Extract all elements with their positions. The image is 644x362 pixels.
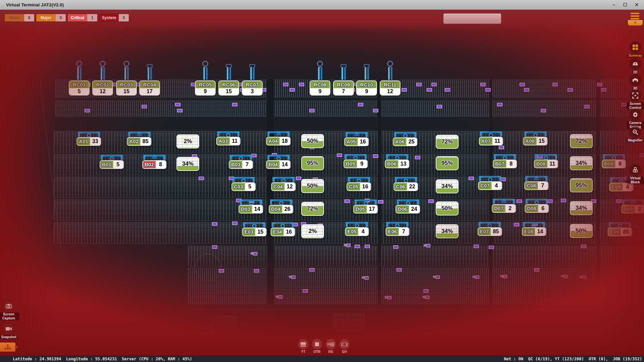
occupancy-gauge[interactable]: 2% (176, 134, 199, 148)
rc-crane-rc11[interactable]: RC1112 (380, 60, 400, 96)
occupancy-gauge[interactable]: 72% (436, 135, 459, 149)
yard-block-d05[interactable]: D0517 (353, 198, 378, 214)
yard-block-e05[interactable]: E054 (345, 221, 369, 236)
occupancy-gauge[interactable]: 95% (570, 178, 593, 192)
search-input[interactable] (443, 13, 501, 24)
block-label[interactable]: E0814 (522, 227, 546, 236)
rc-crane-rc01[interactable]: RC015 (69, 60, 90, 96)
occupancy-gauge[interactable]: 95% (301, 156, 324, 170)
rc-crane-rc08[interactable]: RC089 (310, 60, 330, 96)
rc-crane-rc07[interactable]: RC073 (242, 60, 263, 96)
yard-block-a06[interactable]: A0625 (393, 131, 417, 146)
snapshot-button[interactable]: Snapshot (0, 323, 19, 339)
block-label[interactable]: A0418 (266, 137, 290, 145)
block-label[interactable]: E054 (345, 227, 369, 236)
crane-tag[interactable]: RC0417 (139, 80, 160, 96)
yard-block-d03[interactable]: D0314 (238, 198, 263, 214)
crane-tag[interactable]: RC0615 (218, 80, 239, 96)
block-label[interactable]: D086 (525, 204, 549, 213)
block-label[interactable]: B0811 (534, 160, 558, 168)
yard-block-a02[interactable]: A0285 (127, 131, 151, 146)
yard-block-b01[interactable]: B015 (100, 154, 124, 169)
yard-block-c05[interactable]: C0516 (346, 176, 371, 191)
block-label[interactable]: A0285 (127, 137, 151, 146)
yard-block-a08[interactable]: A0815 (523, 130, 547, 145)
filter-otr-button[interactable]: OTR (312, 339, 322, 354)
rc-crane-rc09[interactable]: RC097 (333, 60, 354, 96)
block-label[interactable]: B059 (343, 160, 368, 168)
occupancy-gauge[interactable]: 2% (301, 224, 324, 238)
yard-block-a04[interactable]: A0418 (266, 130, 290, 145)
occupancy-gauge[interactable]: 34% (570, 201, 593, 215)
crane-tag[interactable]: RC059 (195, 80, 216, 96)
yard-block-b06[interactable]: B0613 (385, 153, 409, 168)
filter-yt-button[interactable]: YT (298, 339, 309, 354)
block-label[interactable]: E067 (386, 227, 410, 236)
yard-block-a01[interactable]: A0133 (76, 131, 101, 146)
block-label[interactable]: D0517 (353, 205, 378, 214)
block-label[interactable]: B098 (602, 160, 626, 168)
block-label[interactable]: B0613 (385, 160, 409, 168)
alarm-badge-critical[interactable]: Critical1 (68, 14, 97, 21)
block-label[interactable]: E0785 (478, 227, 502, 236)
yard-block-b07[interactable]: B078 (493, 153, 517, 168)
sidebar-item-virtual-block[interactable]: Virtual Block (627, 164, 644, 184)
yard-block-a07[interactable]: A0711 (479, 130, 503, 145)
yard-block-c06[interactable]: C0622 (393, 176, 418, 191)
maximize-button[interactable]: ☐ (621, 1, 630, 8)
yard-map[interactable]: HHHHHHHHHHHHH RC015RC0212RC0315RC0417RC0… (0, 0, 644, 362)
occupancy-gauge[interactable]: 95% (436, 156, 459, 170)
rc-crane-rc02[interactable]: RC0212 (92, 60, 113, 96)
occupancy-gauge[interactable]: 50% (570, 224, 593, 238)
occupancy-gauge[interactable]: 34% (436, 179, 459, 193)
sidebar-item-summay[interactable]: Summay (627, 42, 644, 58)
block-label[interactable]: C074 (478, 181, 502, 190)
block-label[interactable]: D0426 (269, 205, 293, 214)
block-label[interactable]: B037 (229, 160, 253, 169)
rc-crane-rc03[interactable]: RC0315 (116, 60, 137, 96)
block-label[interactable]: A0815 (523, 137, 547, 145)
occupancy-gauge[interactable]: 50% (301, 134, 324, 148)
block-label[interactable]: D0314 (238, 205, 263, 214)
block-label[interactable]: B0414 (266, 160, 290, 169)
block-label[interactable]: C035 (231, 182, 256, 191)
crane-tag[interactable]: RC0315 (116, 80, 137, 96)
block-label[interactable]: B015 (100, 160, 124, 169)
block-label[interactable]: C0516 (346, 182, 371, 191)
block-label[interactable]: A0711 (479, 137, 503, 145)
block-label[interactable]: C0622 (393, 182, 418, 191)
sidebar-item-3d[interactable]: 3D (627, 74, 644, 90)
sidebar-item-magnifier[interactable]: Magnifier (627, 126, 644, 142)
crane-tag[interactable]: RC097 (333, 80, 354, 96)
crane-tag[interactable]: RC1112 (380, 80, 400, 96)
rc-crane-rc10[interactable]: RC109 (356, 60, 377, 96)
occupancy-gauge[interactable]: 50% (436, 201, 459, 216)
hamburger-menu-button[interactable] (631, 13, 639, 19)
filter-eh-button[interactable]: ][EH (339, 339, 350, 354)
occupancy-gauge[interactable]: 34% (570, 156, 593, 170)
block-label[interactable]: E0315 (242, 228, 267, 236)
occupancy-gauge[interactable]: 34% (436, 224, 459, 238)
yard-block-b04[interactable]: B0414 (266, 154, 290, 169)
occupancy-gauge[interactable]: 50% (301, 179, 324, 193)
yard-block-e04[interactable]: E0416 (271, 221, 295, 236)
yard-block-d06[interactable]: D0624 (395, 198, 420, 214)
rc-crane-rc04[interactable]: RC0417 (139, 60, 160, 96)
yard-block-e03[interactable]: E0315 (242, 221, 267, 236)
yard-block-d08[interactable]: D086 (525, 198, 549, 213)
sidebar-item-camera-setting[interactable]: Camera Setting (627, 109, 644, 129)
yard-block-c04[interactable]: C0412 (271, 176, 296, 191)
occupancy-gauge[interactable]: 72% (301, 202, 324, 216)
yard-block-b08[interactable]: B0811 (534, 153, 558, 168)
crane-tag[interactable]: RC073 (242, 80, 263, 96)
rc-crane-rc06[interactable]: RC0615 (218, 60, 239, 96)
block-label[interactable]: E0416 (271, 228, 295, 236)
block-label[interactable]: C087 (524, 181, 548, 190)
yard-block-c08[interactable]: C087 (524, 175, 548, 190)
yard-block-b05[interactable]: B059 (343, 153, 368, 168)
yard-block-e06[interactable]: E067 (386, 221, 410, 236)
yard-block-d04[interactable]: D0426 (269, 198, 293, 214)
sidebar-item-screen-control[interactable]: Screen Control (627, 90, 644, 110)
yard-block-c03[interactable]: C035 (231, 176, 256, 191)
filter-rs-button[interactable]: HRS (325, 339, 336, 354)
